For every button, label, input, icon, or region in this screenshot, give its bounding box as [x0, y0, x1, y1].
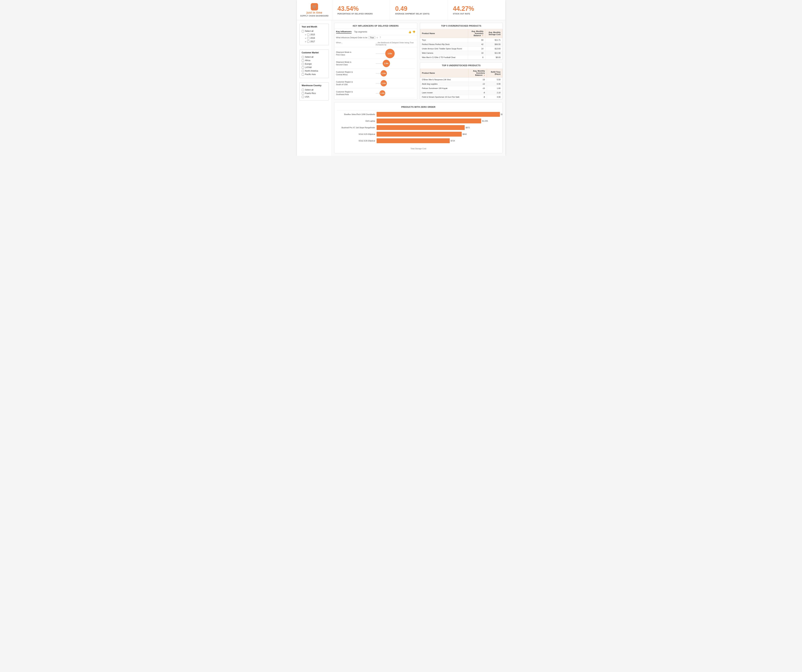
filter-label-1-1: Africa [305, 59, 310, 62]
bar-track-3: $842 [377, 132, 500, 137]
table-row: Pelican Sunstream 100 Kayak -10 1.80 [420, 86, 503, 91]
bar-value-0: $1,219 [501, 113, 503, 115]
checkbox-1-1[interactable] [302, 60, 304, 62]
under-name-1: Adult dog supplies [420, 82, 469, 86]
bar-fill-3 [377, 132, 462, 137]
checkbox-1-3[interactable] [302, 66, 304, 69]
under-refill-3: 2.10 [487, 91, 502, 95]
overstocked-title: TOP 5 OVERERSTOCKED PRODUCTS [420, 23, 503, 29]
ki-filter-value[interactable]: True [369, 36, 375, 39]
ki-tab-icons: 👍👎 [408, 31, 416, 33]
checkbox-2-0[interactable] [302, 89, 304, 91]
understocked-col-balance[interactable]: Avg. MonthlyInventoryBalance ▲ [469, 69, 487, 78]
key-influencers-title: KEY INFLUENCERS OF DELAYED ORDERS [335, 23, 417, 29]
logo-name: just in time [307, 11, 322, 14]
bar-fill-2 [377, 125, 465, 130]
checkbox-0-1[interactable] [307, 34, 309, 36]
under-name-2: Pelican Sunstream 100 Kayak [420, 86, 469, 91]
ki-tab-0[interactable]: Key influencers [336, 31, 352, 34]
ki-row-0: Shipment Mode is First Class2.58x [336, 49, 416, 58]
checkbox-0-2[interactable] [307, 37, 309, 39]
filter-box-2: Warehouse CountrySelect allPuerto RicoUS… [299, 83, 329, 100]
zero-order-panel: PRDOUCTS WITH ZERO ORDER Bowflex SelectT… [334, 102, 503, 153]
ki-filter-row: What influences Delayed Order to be True… [335, 35, 417, 40]
ki-help-icon: ? [380, 36, 381, 39]
filter-label-2-1: Puerto Rico [305, 92, 316, 94]
ki-bubble-4: 1.10x [380, 91, 385, 96]
over-name-3: Web Camera [420, 51, 468, 55]
filter-item-2-0: Select all [302, 88, 327, 92]
ki-row-4: Customer Region is Southeast Asia1.10x [336, 88, 416, 98]
key-influencers-panel: KEY INFLUENCERS OF DELAYED ORDERS Key in… [334, 23, 417, 100]
overstocked-panel: TOP 5 OVERERSTOCKED PRODUCTS Product Nam… [420, 23, 503, 60]
under-balance-4: -8 [469, 95, 487, 99]
under-balance-3: -8 [469, 91, 487, 95]
filter-title-2: Warehouse Country [302, 84, 327, 87]
ki-col-when: When... [336, 42, 376, 46]
chevron-icon[interactable]: ∨ [305, 40, 306, 42]
ki-row-3: Customer Region is South of USA1.14x [336, 78, 416, 88]
bar-label-3: SOLE E25 Elliptical [337, 133, 375, 135]
chevron-icon[interactable]: ∨ [305, 37, 306, 39]
table-row: Lawn mower -8 2.10 [420, 91, 503, 95]
checkbox-2-1[interactable] [302, 92, 304, 94]
ki-tabs: Key influencersTop segments👍👎 [335, 29, 417, 35]
table-row: Perfect Fitness Perfect Rip Deck 42 $56.… [420, 42, 503, 47]
overstocked-col-balance[interactable]: Avg. MonthlyInventoryBalance ▼ [468, 29, 485, 38]
axis-label: Total Storage Cost [337, 147, 500, 150]
table-row: Toys 60 $11.71 [420, 38, 503, 42]
filter-box-0: Year and MonthSelect all∨2015∨2016∨2017 [299, 24, 329, 45]
bar-value-2: $872 [466, 126, 470, 129]
bar-row-3: SOLE E25 Elliptical$842 [337, 132, 500, 137]
under-refill-4: 4.90 [487, 95, 502, 99]
thumbs-up-icon[interactable]: 👍 [408, 31, 411, 33]
kpi-section: 43.54% PERCENTAGE OF DELAYED ORDERS 0.49… [332, 0, 505, 20]
under-name-3: Lawn mower [420, 91, 469, 95]
filter-title-0: Year and Month [302, 26, 327, 28]
bar-value-4: $724 [451, 140, 455, 142]
filter-label-1-4: North America [305, 70, 318, 72]
filter-item-1-1: Africa [302, 59, 327, 62]
over-name-2: Under Armour Girls' Toddler Spine Surge … [420, 47, 468, 51]
overstocked-table: Product Name Avg. MonthlyInventoryBalanc… [420, 29, 503, 60]
checkbox-1-0[interactable] [302, 56, 304, 58]
filter-item-2-1: Puerto Rico [302, 92, 327, 95]
zero-order-title: PRDOUCTS WITH ZERO ORDER [337, 104, 500, 110]
bar-row-2: Bushnell Pro X7 Jolt Slope Rangefinder$8… [337, 125, 500, 130]
ki-row-2: Customer Region is Central Africa1.14x [336, 68, 416, 78]
ki-bubble-3: 1.14x [381, 80, 387, 86]
filter-label-0-2: 2016 [310, 37, 315, 39]
right-panel: KEY INFLUENCERS OF DELAYED ORDERS Key in… [331, 20, 505, 156]
thumbs-down-icon[interactable]: 👎 [412, 31, 416, 33]
ki-condition-0: Shipment Mode is First Class [336, 51, 376, 56]
ki-tab-1[interactable]: Top segments [354, 31, 367, 33]
ki-filter-chevron[interactable]: ∨ [377, 36, 378, 39]
over-balance-0: 60 [468, 38, 485, 42]
checkbox-2-2[interactable] [302, 96, 304, 98]
over-cost-2: $13.83 [485, 47, 502, 51]
understocked-col-refill: Refill Time(Days) [487, 69, 502, 78]
ki-condition-2: Customer Region is Central Africa [336, 71, 376, 76]
ki-columns: When... ....the likelihood of Delayed Or… [335, 40, 417, 47]
under-name-0: O'Brien Men's Neoprene Life Vest [420, 78, 469, 82]
bar-fill-0 [377, 112, 500, 117]
checkbox-1-2[interactable] [302, 63, 304, 65]
overstocked-col-name: Product Name [420, 29, 468, 38]
ki-row-5: Warehouse Country is USA1.08x [336, 98, 416, 99]
checkbox-1-5[interactable] [302, 73, 304, 76]
under-balance-2: -10 [469, 86, 487, 91]
chevron-icon[interactable]: ∨ [305, 34, 306, 36]
checkbox-0-0[interactable] [302, 30, 304, 32]
over-balance-1: 42 [468, 42, 485, 47]
header: 🛒 just in time SUPPLY CHAIN DASHBOARD 43… [297, 0, 505, 20]
over-name-4: Nike Men's CJ Elite 2 TD Football Cleat [420, 55, 468, 60]
kpi-item-0: 43.54% PERCENTAGE OF DELAYED ORDERS [332, 0, 390, 20]
over-balance-2: 14 [468, 47, 485, 51]
filter-item-0-0: Select all [302, 29, 327, 33]
checkbox-0-3[interactable] [307, 40, 309, 43]
checkbox-1-4[interactable] [302, 70, 304, 72]
understocked-panel: TOP 5 UNDERSTOCKED PRODUCTS Product Name… [420, 62, 503, 99]
over-cost-1: $56.55 [485, 42, 502, 47]
under-refill-0: 5.50 [487, 78, 502, 82]
ki-body: Shipment Mode is First Class2.58xShipmen… [335, 47, 417, 99]
